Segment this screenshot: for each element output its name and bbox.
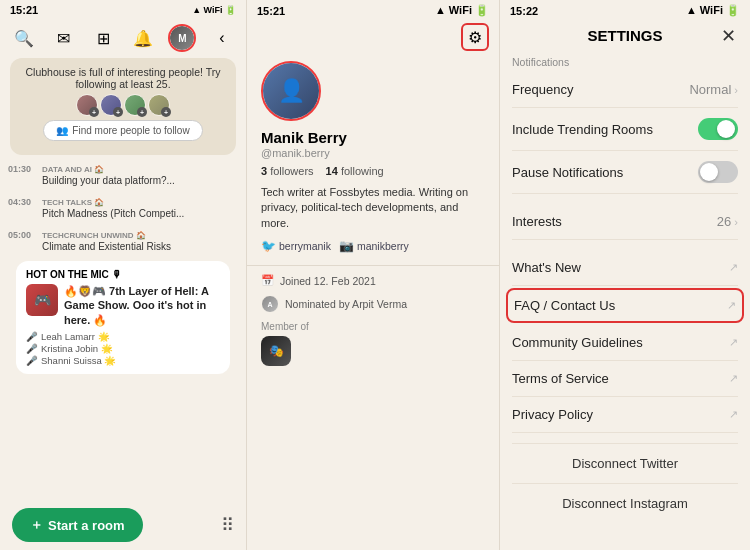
include-trending-toggle[interactable] (698, 118, 738, 140)
divider (247, 265, 499, 266)
profile-avatar-btn[interactable]: M (168, 24, 196, 52)
home-status-icons: ▲ WiFi 🔋 (192, 5, 236, 15)
toggle-thumb (700, 163, 718, 181)
start-room-button[interactable]: ＋ Start a room (12, 508, 143, 542)
community-guidelines-row[interactable]: Community Guidelines ↗ (512, 325, 738, 361)
calendar-icon: 📅 (261, 274, 274, 287)
external-link-icon: ↗ (729, 261, 738, 274)
find-people-button[interactable]: 👥 Find more people to follow (43, 120, 202, 141)
settings-status-icons: ▲ WiFi 🔋 (686, 4, 740, 17)
hot-section-header: HOT ON THE MIC 🎙 (26, 269, 220, 280)
suggested-user-2: + (100, 94, 122, 116)
settings-gear-button[interactable]: ⚙ (461, 23, 489, 51)
profile-time: 15:21 (257, 5, 285, 17)
pause-notifications-row[interactable]: Pause Notifications (512, 151, 738, 194)
settings-header: SETTINGS ✕ (500, 21, 750, 52)
list-item[interactable]: 01:30 DATA AND AI 🏠 Building your data p… (8, 161, 238, 189)
room-time: 01:30 (8, 164, 36, 174)
chevron-right-icon: › (734, 216, 738, 228)
suggested-user-1: + (76, 94, 98, 116)
frequency-row[interactable]: Frequency Normal › (512, 72, 738, 108)
room-tag: TECHCRUNCH UNWIND 🏠 (42, 231, 146, 240)
gap (512, 433, 738, 443)
avatar: M (170, 26, 194, 50)
list-item[interactable]: 05:00 TECHCRUNCH UNWIND 🏠 Climate and Ex… (8, 227, 238, 255)
interests-value: 26 › (717, 214, 738, 229)
settings-scroll-area: Notifications Frequency Normal › Include… (500, 52, 750, 550)
include-trending-row[interactable]: Include Trending Rooms (512, 108, 738, 151)
followers-count: 3 (261, 165, 267, 177)
club-avatar[interactable]: 🎭 (261, 336, 291, 366)
following-label: following (341, 165, 384, 177)
toggle-thumb (717, 120, 735, 138)
profile-handle: @manik.berry (261, 147, 485, 159)
profile-stats: 3 followers 14 following (261, 165, 485, 177)
instagram-link[interactable]: 📷 manikberry (339, 239, 409, 253)
disconnect-twitter-button[interactable]: Disconnect Twitter (512, 443, 738, 483)
pause-notifications-label: Pause Notifications (512, 165, 623, 180)
settings-close-button[interactable]: ✕ (721, 25, 736, 47)
member-of-section: Member of 🎭 (261, 321, 485, 366)
include-trending-label: Include Trending Rooms (512, 122, 653, 137)
interests-row[interactable]: Interests 26 › (512, 204, 738, 240)
twitter-icon: 🐦 (261, 239, 276, 253)
instagram-handle: manikberry (357, 240, 409, 252)
gap (512, 194, 738, 204)
twitter-link[interactable]: 🐦 berrymanik (261, 239, 331, 253)
nominated-info: A Nominated by Arpit Verma (261, 295, 485, 313)
envelope-icon[interactable]: ✉ (50, 24, 78, 52)
faq-label: FAQ / Contact Us (514, 298, 615, 313)
promo-text: Clubhouse is full of interesting people!… (20, 66, 226, 90)
panel-home: 15:21 ▲ WiFi 🔋 🔍 ✉ ⊞ 🔔 M ‹ Clubhouse is … (0, 0, 247, 550)
instagram-icon: 📷 (339, 239, 354, 253)
member-of-label: Member of (261, 321, 485, 332)
settings-time: 15:22 (510, 5, 538, 17)
hot-room-image: 🎮 (26, 284, 58, 316)
frequency-label: Frequency (512, 82, 573, 97)
chevron-right-icon: › (734, 84, 738, 96)
profile-status-icons: ▲ WiFi 🔋 (435, 4, 489, 17)
whats-new-row[interactable]: What's New ↗ (512, 250, 738, 286)
disconnect-instagram-button[interactable]: Disconnect Instagram (512, 483, 738, 523)
back-chevron-icon[interactable]: ‹ (208, 24, 236, 52)
profile-top-nav: ⚙ (247, 21, 499, 57)
room-time: 04:30 (8, 197, 36, 207)
hot-on-mic-section[interactable]: HOT ON THE MIC 🎙 🎮 🔥🦁🎮 7th Layer of Hell… (16, 261, 230, 374)
external-link-icon: ↗ (729, 372, 738, 385)
grid-icon[interactable]: ⠿ (221, 514, 234, 536)
nominator-avatar: A (261, 295, 279, 313)
profile-bio: Tech writer at Fossbytes media. Writing … (261, 185, 485, 231)
faq-row[interactable]: FAQ / Contact Us ↗ (506, 288, 744, 323)
bell-icon[interactable]: 🔔 (129, 24, 157, 52)
terms-label: Terms of Service (512, 371, 609, 386)
following-count: 14 (326, 165, 338, 177)
room-time: 05:00 (8, 230, 36, 240)
list-item[interactable]: 04:30 TECH TALKS 🏠 Pitch Madness (Pitch … (8, 194, 238, 222)
search-icon[interactable]: 🔍 (10, 24, 38, 52)
joined-date: Joined 12. Feb 2021 (280, 275, 376, 287)
gap (512, 240, 738, 250)
calendar-icon[interactable]: ⊞ (89, 24, 117, 52)
plus-icon: ＋ (30, 516, 43, 534)
notifications-section-label: Notifications (512, 56, 738, 68)
pause-notifications-toggle[interactable] (698, 161, 738, 183)
settings-title: SETTINGS (587, 27, 662, 44)
joined-info: 📅 Joined 12. Feb 2021 (261, 274, 485, 287)
suggestion-avatars: + + + + (20, 94, 226, 116)
twitter-handle: berrymanik (279, 240, 331, 252)
speaker-item: 🎤 Shanni Suissa 🌟 (26, 355, 220, 366)
external-link-icon: ↗ (729, 336, 738, 349)
terms-of-service-row[interactable]: Terms of Service ↗ (512, 361, 738, 397)
profile-socials: 🐦 berrymanik 📷 manikberry (261, 239, 485, 253)
room-title: Climate and Existential Risks (42, 241, 238, 252)
promo-box: Clubhouse is full of interesting people!… (10, 58, 236, 155)
whats-new-label: What's New (512, 260, 581, 275)
room-tag: DATA AND AI 🏠 (42, 165, 104, 174)
room-title: Pitch Madness (Pitch Competi... (42, 208, 238, 219)
privacy-policy-row[interactable]: Privacy Policy ↗ (512, 397, 738, 433)
people-icon: 👥 (56, 125, 68, 136)
interests-label: Interests (512, 214, 562, 229)
bottom-bar: ＋ Start a room ⠿ (0, 500, 246, 550)
privacy-label: Privacy Policy (512, 407, 593, 422)
clubs-list: 🎭 (261, 336, 485, 366)
